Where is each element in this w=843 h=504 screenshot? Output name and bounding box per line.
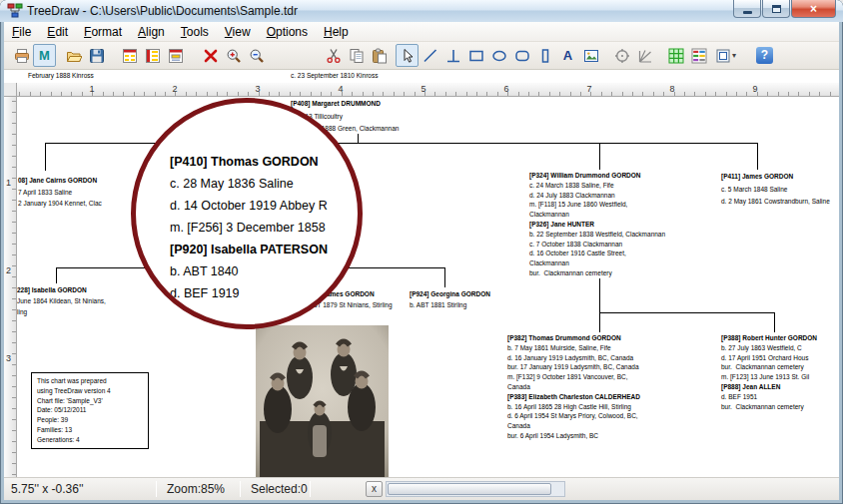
person-jane-cairns[interactable]: 08] Jane Cairns GORDON7 April 1833 Salin…: [18, 175, 102, 210]
select-button[interactable]: [396, 44, 419, 67]
line-tool-button[interactable]: [419, 44, 441, 67]
menu-view[interactable]: View: [217, 23, 259, 41]
chart-text-line: 7 April 1833 Saline: [18, 187, 102, 199]
chart-text-line: d. 6 April 1954 St Marys Priory, Colwood…: [507, 411, 640, 421]
chart-text-line: d. BEF 1951: [721, 392, 817, 402]
chart-text-line: 228] Isabella GORDON: [17, 284, 106, 295]
zoom-in-button[interactable]: [222, 44, 245, 67]
treedraw-window: TreeDraw - C:\Users\Public\Documents\Sam…: [0, 0, 843, 504]
chart-text-line: [P326] Jane HUNTER: [529, 220, 665, 230]
person-p324[interactable]: [P324] William Drummond GORDONc. 24 Marc…: [529, 171, 665, 278]
menu-edit[interactable]: Edit: [39, 23, 76, 41]
scroll-close-button[interactable]: x: [366, 481, 383, 497]
h-ruler-number: 7: [586, 84, 591, 94]
magnified-text-line: b. ABT 1840: [170, 260, 328, 282]
chart-text-line: [P382] Thomas Drummond GORDON: [507, 333, 640, 343]
magnifier-circle[interactable]: [P410] Thomas GORDONc. 28 May 1836 Salin…: [131, 98, 363, 329]
paste-button[interactable]: [368, 44, 391, 67]
maximize-button[interactable]: [762, 0, 790, 18]
rectangle-tool-button[interactable]: [464, 44, 487, 67]
family-photo[interactable]: [256, 325, 389, 477]
person-p924[interactable]: [P924] Georgina GORDONb. ABT 1881 Stirli…: [410, 288, 490, 310]
tree-connector-line: [599, 143, 600, 170]
zoom-level: Zoom:85%: [167, 482, 225, 496]
frame-tool-button[interactable]: [533, 44, 556, 67]
chart-text-line: ling: [17, 306, 106, 317]
connector-tool-button[interactable]: [441, 44, 464, 67]
print-button[interactable]: [10, 44, 33, 67]
person-p411[interactable]: [P411] James GORDONc. 5 March 1848 Salin…: [721, 171, 830, 209]
selected-count: Selected:0: [251, 482, 308, 496]
chart-style-2-button[interactable]: [141, 44, 164, 67]
chart-text-line: b. 22 September 1838 Westfield, Clackman…: [529, 230, 665, 240]
grid-toggle-button[interactable]: [664, 44, 687, 67]
open-button[interactable]: [62, 44, 85, 67]
chart-text-line: b. 27 July 1863 Westfield, C: [721, 343, 817, 353]
minimize-button[interactable]: [733, 0, 761, 18]
chart-text-line: People: 39: [37, 415, 143, 425]
menu-align[interactable]: Align: [130, 23, 173, 41]
ellipse-tool-button[interactable]: [487, 44, 510, 67]
ruler-corner: [4, 83, 17, 97]
rounded-rectangle-tool-button[interactable]: [510, 44, 533, 67]
chart-text-line: m. [F132] 9 October 1891 Vancouver, BC,: [507, 372, 640, 382]
menu-options[interactable]: Options: [259, 23, 316, 41]
delete-button[interactable]: [199, 44, 222, 67]
person-p382[interactable]: [P382] Thomas Drummond GORDONb. 7 May 18…: [507, 333, 640, 441]
h-ruler-number: 4: [338, 84, 343, 94]
menu-tools[interactable]: Tools: [173, 23, 217, 41]
chart-text-line: bur. Clackmannan cemetery: [721, 362, 817, 372]
h-ruler-number: 8: [669, 84, 674, 94]
magnified-text-line: m. [F256] 3 December 1858: [170, 217, 328, 239]
chart-style-1-button[interactable]: [118, 44, 141, 67]
data-list-button[interactable]: [687, 44, 710, 67]
person-p228[interactable]: 228] Isabella GORDONJune 1864 Kildean, S…: [17, 284, 106, 317]
chart-text-line: 08] Jane Cairns GORDON: [18, 175, 102, 187]
chart-info-box[interactable]: This chart was preparedusing TreeDraw ve…: [31, 372, 149, 449]
person-text-partial-center[interactable]: c. 23 September 1810 Kinross: [291, 72, 378, 79]
cut-button[interactable]: [322, 44, 345, 67]
h-ruler-number: 6: [503, 84, 508, 94]
save-button[interactable]: [85, 44, 108, 67]
help-button[interactable]: ?: [753, 44, 776, 67]
person-p388[interactable]: [P388] Robert Hunter GORDONb. 27 July 18…: [721, 333, 817, 411]
chart-text-line: d. 16 October 1916 Castle Street,: [529, 249, 665, 258]
copy-button[interactable]: [345, 44, 368, 67]
magnified-text-line: [P410] Thomas GORDON: [170, 151, 328, 173]
tree-connector-line: [444, 267, 445, 287]
chevron-down-icon: ▾: [732, 51, 736, 60]
zoom-out-button[interactable]: [245, 44, 268, 67]
toolbar-gap: [602, 55, 610, 56]
image-tool-button[interactable]: [579, 44, 602, 67]
tree-connector-line: [56, 267, 57, 283]
horizontal-scrollbar[interactable]: [386, 481, 565, 497]
person-text-partial-left[interactable]: February 1888 Kinross: [28, 72, 94, 79]
menu-file[interactable]: File: [4, 23, 39, 41]
scrollbar-thumb[interactable]: [388, 483, 551, 495]
chart-style-3-button[interactable]: [164, 44, 187, 67]
chart-text-line: This chart was prepared: [37, 376, 143, 386]
window-controls: ×: [733, 0, 836, 18]
origin-button[interactable]: [610, 44, 633, 67]
chart-text-line: m. [F118] 15 June 1860 Westfield,: [529, 200, 665, 210]
toolbar-gap: [656, 55, 664, 56]
chart-mode-button[interactable]: M: [33, 44, 56, 67]
statusbar-separator: [240, 481, 241, 497]
menu-format[interactable]: Format: [76, 23, 130, 41]
h-ruler-number: 3: [255, 84, 260, 94]
text-tool-button[interactable]: A: [556, 44, 579, 67]
chart-text-line: 2 January 1904 Kennet, Clac: [18, 198, 102, 210]
measure-button[interactable]: [633, 44, 656, 67]
menu-help[interactable]: Help: [316, 23, 357, 41]
chart-text-line: bur. 17 January 1919 Ladysmith, BC, Cana…: [507, 362, 640, 372]
title-bar[interactable]: TreeDraw - C:\Users\Public\Documents\Sam…: [0, 0, 843, 22]
maximize-icon: [772, 5, 781, 13]
chart-canvas[interactable]: [P410] Thomas GORDONc. 28 May 1836 Salin…: [17, 97, 839, 477]
tree-connector-line: [45, 143, 757, 144]
magnifier-text: [P410] Thomas GORDONc. 28 May 1836 Salin…: [170, 151, 328, 304]
chart-text-line: d. 24 July 1883 Clackmannan: [529, 191, 665, 201]
chart-text-line: Families: 13: [37, 425, 143, 435]
chart-text-line: Canada: [507, 382, 640, 392]
close-button[interactable]: ×: [791, 0, 836, 18]
zoom-mode-button[interactable]: ▾: [710, 44, 741, 67]
